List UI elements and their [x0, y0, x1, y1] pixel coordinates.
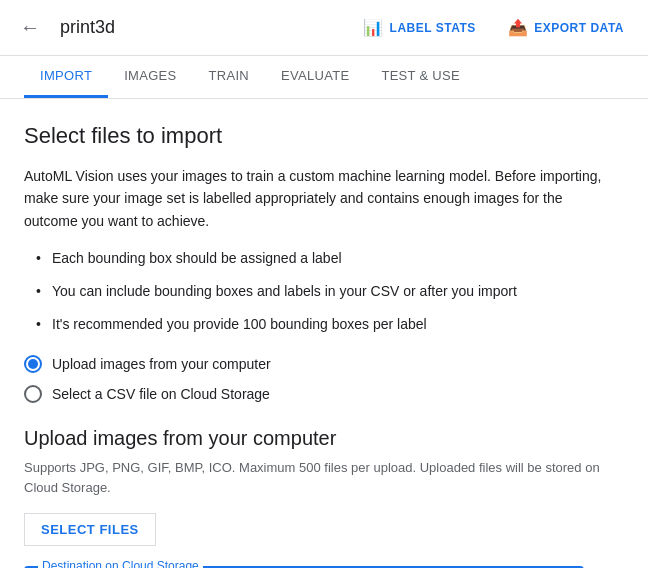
label-stats-icon: 📊: [363, 18, 384, 37]
top-bar: ← print3d 📊 LABEL STATS 📤 EXPORT DATA: [0, 0, 648, 56]
select-files-button[interactable]: SELECT FILES: [24, 513, 156, 546]
label-stats-label: LABEL STATS: [390, 21, 476, 35]
radio-upload-computer[interactable]: Upload images from your computer: [24, 355, 624, 373]
list-item: You can include bounding boxes and label…: [32, 281, 624, 302]
radio-upload-computer-label: Upload images from your computer: [52, 356, 271, 372]
radio-select-csv-label: Select a CSV file on Cloud Storage: [52, 386, 270, 402]
label-stats-action[interactable]: 📊 LABEL STATS: [355, 14, 484, 41]
radio-upload-computer-circle: [24, 355, 42, 373]
project-title: print3d: [60, 17, 115, 38]
tab-import[interactable]: IMPORT: [24, 56, 108, 98]
tab-test-use[interactable]: TEST & USE: [365, 56, 476, 98]
import-description: AutoML Vision uses your images to train …: [24, 165, 604, 232]
tab-evaluate[interactable]: EVALUATE: [265, 56, 365, 98]
back-button[interactable]: ←: [16, 12, 44, 43]
cloud-storage-label: Destination on Cloud Storage: [38, 559, 203, 568]
tab-bar: IMPORT IMAGES TRAIN EVALUATE TEST & USE: [0, 56, 648, 99]
export-data-label: EXPORT DATA: [534, 21, 624, 35]
section-title: Select files to import: [24, 123, 624, 149]
radio-select-csv-circle: [24, 385, 42, 403]
main-content: Select files to import AutoML Vision use…: [0, 99, 648, 568]
radio-group: Upload images from your computer Select …: [24, 355, 624, 403]
radio-select-csv[interactable]: Select a CSV file on Cloud Storage: [24, 385, 624, 403]
list-item: It's recommended you provide 100 boundin…: [32, 314, 624, 335]
tab-images[interactable]: IMAGES: [108, 56, 192, 98]
export-data-icon: 📤: [508, 18, 529, 37]
upload-description: Supports JPG, PNG, GIF, BMP, ICO. Maximu…: [24, 458, 604, 497]
upload-section-title: Upload images from your computer: [24, 427, 624, 450]
export-data-action[interactable]: 📤 EXPORT DATA: [500, 14, 632, 41]
bullet-list: Each bounding box should be assigned a l…: [24, 248, 624, 335]
list-item: Each bounding box should be assigned a l…: [32, 248, 624, 269]
tab-train[interactable]: TRAIN: [193, 56, 266, 98]
